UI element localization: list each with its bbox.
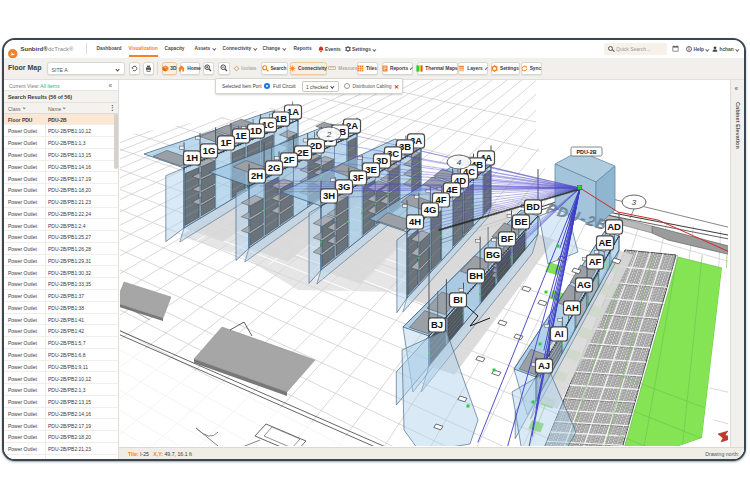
svg-text:BD: BD: [526, 201, 540, 212]
svg-text:AD: AD: [607, 221, 621, 232]
svg-text:2F: 2F: [283, 154, 294, 165]
svg-text:2H: 2H: [251, 170, 263, 181]
svg-text:1E: 1E: [235, 130, 247, 141]
svg-text:1F: 1F: [220, 137, 231, 148]
svg-text:AE: AE: [598, 237, 611, 248]
svg-text:3F: 3F: [352, 172, 363, 183]
svg-text:BJ: BJ: [431, 319, 443, 330]
svg-text:3G: 3G: [338, 181, 351, 192]
svg-text:1H: 1H: [186, 152, 198, 163]
svg-text:BI: BI: [453, 294, 463, 305]
svg-text:1G: 1G: [203, 145, 216, 156]
svg-text:4H: 4H: [409, 216, 421, 227]
svg-text:AH: AH: [565, 302, 579, 313]
svg-text:4G: 4G: [424, 204, 437, 215]
svg-text:AJ: AJ: [538, 360, 550, 371]
svg-text:3: 3: [632, 198, 637, 207]
svg-text:1D: 1D: [250, 125, 262, 136]
svg-text:BH: BH: [469, 270, 483, 281]
svg-text:AG: AG: [577, 279, 591, 290]
svg-text:3H: 3H: [323, 190, 335, 201]
svg-text:2E: 2E: [297, 147, 309, 158]
svg-text:BG: BG: [486, 249, 500, 260]
svg-text:4: 4: [457, 158, 462, 167]
svg-text:AF: AF: [589, 256, 602, 267]
svg-text:BE: BE: [514, 216, 527, 227]
svg-text:2G: 2G: [268, 162, 281, 173]
svg-text:BF: BF: [501, 233, 514, 244]
svg-text:PDU-2B: PDU-2B: [576, 149, 596, 155]
svg-text:AI: AI: [554, 328, 564, 339]
svg-text:2: 2: [326, 130, 332, 139]
